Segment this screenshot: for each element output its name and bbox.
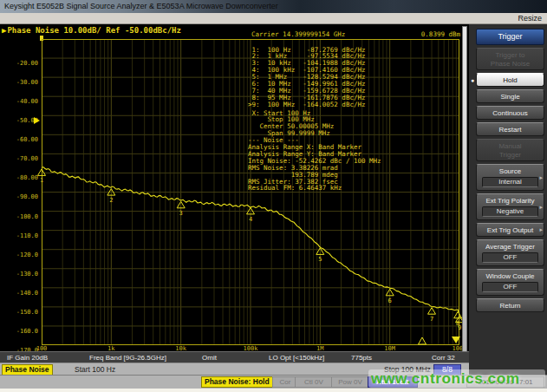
submenu-arrow-icon: ▸ — [539, 204, 543, 211]
softkey-buttons: Trigger toPhase NoiseHold●SingleContinuo… — [476, 48, 544, 312]
softkey-label: Single — [478, 92, 543, 101]
y-tick-label: -90.00 — [0, 193, 38, 200]
softkey-label: Trigger to — [478, 50, 543, 59]
y-tick-label: -30.00 — [0, 79, 38, 86]
softkey-source[interactable]: SourceInternal▸ — [476, 164, 544, 191]
softkey-hold[interactable]: Hold● — [476, 73, 544, 87]
softkey-label: Manual — [478, 141, 543, 150]
y-tick-label: -50.00 — [0, 117, 38, 124]
softkey-label: Ext Trig Output — [478, 225, 543, 234]
y-tick-label: -110.0 — [0, 232, 38, 239]
y-tick-label: -140.0 — [0, 290, 38, 297]
svg-text:1: 1 — [40, 177, 43, 184]
band-marker-icon — [419, 337, 427, 344]
submenu-arrow-icon: ▸ — [539, 226, 543, 233]
trace-scale-label: Phase Noise 10.00dB/ Ref -50.00dBc/Hz — [7, 26, 180, 35]
status-bar: Phase Noise: Hold CorCtl 0VPow 0VAttn 10… — [0, 375, 547, 389]
bottom-edge-strip — [0, 389, 547, 392]
window-title: Keysight E5052B Signal Source Analyzer &… — [4, 2, 278, 10]
softkey-return[interactable]: Return — [476, 298, 544, 312]
softkey-trigger-to: Trigger toPhase Noise — [476, 48, 544, 70]
softkey-menu-title: Trigger — [476, 29, 544, 45]
app-window: Keysight E5052B Signal Source Analyzer &… — [0, 0, 547, 392]
y-tick-label: -60.00 — [0, 136, 38, 143]
softkey-label: Restart — [478, 125, 543, 134]
y-tick-label: -150.0 — [0, 309, 38, 316]
svg-text:7: 7 — [430, 316, 433, 323]
reference-level-marker-icon — [34, 117, 40, 124]
indicator-ctl-0v: Ctl 0V — [295, 376, 333, 388]
carrier-frequency: Carrier 14.399999154 GHz — [251, 30, 345, 38]
svg-text:6: 6 — [388, 297, 392, 304]
softkey-label: Window Couple — [478, 271, 543, 280]
softkey-restart[interactable]: Restart — [476, 122, 544, 136]
config-item: Freq Band [9G-26.5GHz] — [89, 353, 166, 363]
softkey-continuous[interactable]: Continuous — [476, 106, 544, 120]
softkey-label-line2: Trigger — [478, 150, 543, 159]
sweep-range-bar: Phase Noise Start 100 Hz Stop 100 MHz 8/… — [0, 363, 469, 375]
config-item: Corr 32 — [432, 353, 455, 363]
svg-text:2: 2 — [109, 197, 113, 204]
svg-text:3: 3 — [179, 210, 183, 217]
svg-text:4: 4 — [249, 216, 252, 223]
softkey-label: Ext Trig Polarity — [478, 196, 543, 205]
y-tick-label: -80.00 — [0, 174, 38, 181]
indicator-pow-0v: Pow 0V — [331, 376, 369, 388]
active-trace-arrow-icon: ▶ — [2, 26, 6, 35]
softkey-sidebar: Trigger Trigger toPhase NoiseHold●Single… — [469, 24, 547, 375]
measurement-config-bar: IF Gain 20dBFreq Band [9G-26.5GHz]OmitLO… — [0, 351, 469, 363]
submenu-arrow-icon: ▸ — [539, 174, 543, 181]
svg-text:5: 5 — [318, 256, 322, 263]
carrier-power: 0.8399 dBm — [421, 30, 460, 38]
config-item: Omit — [202, 353, 217, 363]
screen-scrollbar[interactable] — [462, 26, 467, 363]
softkey-average-trigger[interactable]: Average TriggerOFF — [476, 239, 544, 266]
softkey-window-couple[interactable]: Window CoupleOFF — [476, 269, 544, 296]
y-tick-label: -100.0 — [0, 213, 38, 220]
sweep-stop-readout: Stop 100 MHz — [384, 365, 431, 375]
softkey-value: Internal — [482, 177, 538, 187]
measurement-state-badge: Phase Noise: Hold — [201, 376, 273, 388]
softkey-label: Hold — [478, 75, 543, 84]
resize-menu-item[interactable]: Resize — [518, 13, 542, 23]
sweep-start-readout: Start 100 Hz — [75, 365, 115, 375]
softkey-label: Average Trigger — [478, 242, 543, 251]
y-tick-label: -120.0 — [0, 252, 38, 258]
y-tick-label: -20.00 — [0, 60, 38, 67]
config-item: 775pts — [351, 353, 372, 363]
marker-readout-table: 1: 100 Hz -87.2769 dBc/Hz 2: 1 kHz -97.5… — [248, 47, 365, 108]
noise-analysis-readout: X: Start 100 Hz Stop 100 MHz Center 50.0… — [248, 110, 381, 193]
y-tick-label: -130.0 — [0, 271, 38, 278]
softkey-value: OFF — [482, 282, 538, 292]
y-tick-label: -160.0 — [0, 328, 38, 335]
datetime-readout: 2013-06-26 17:01 — [466, 376, 544, 388]
softkey-label: Source — [478, 167, 543, 175]
softkey-manual: ManualTrigger — [476, 139, 544, 161]
indicator-attn-10db: Attn 10dB — [368, 376, 418, 388]
softkey-label: Continuous — [478, 108, 543, 117]
config-item: LO Opt [<150kHz] — [269, 353, 324, 363]
softkey-single[interactable]: Single — [476, 89, 544, 103]
title-bar: Keysight E5052B Signal Source Analyzer &… — [0, 0, 547, 13]
carrier-readout: Carrier 14.399999154 GHz 0.8399 dBm — [251, 30, 460, 38]
softkey-ext-trig-output[interactable]: Ext Trig Output▸ — [476, 223, 544, 237]
softkey-value: OFF — [482, 252, 538, 263]
softkey-ext-trig-polarity[interactable]: Ext Trig PolarityNegative▸ — [476, 193, 544, 220]
y-tick-label: -40.00 — [0, 98, 38, 105]
menu-bar: Resize — [0, 13, 547, 24]
softkey-value: Negative — [482, 206, 538, 217]
instrument-screen: ▶Phase Noise 10.00dB/ Ref -50.00dBc/Hz C… — [0, 24, 469, 351]
y-tick-label: -70.00 — [0, 155, 38, 162]
softkey-label-line2: Phase Noise — [478, 59, 543, 68]
softkey-label: Return — [478, 301, 543, 310]
config-item: IF Gain 20dB — [7, 353, 48, 363]
trace-scale-header: ▶Phase Noise 10.00dB/ Ref -50.00dBc/Hz — [2, 26, 181, 35]
svg-text:9: 9 — [458, 324, 461, 331]
selected-bullet-icon: ● — [471, 77, 474, 83]
